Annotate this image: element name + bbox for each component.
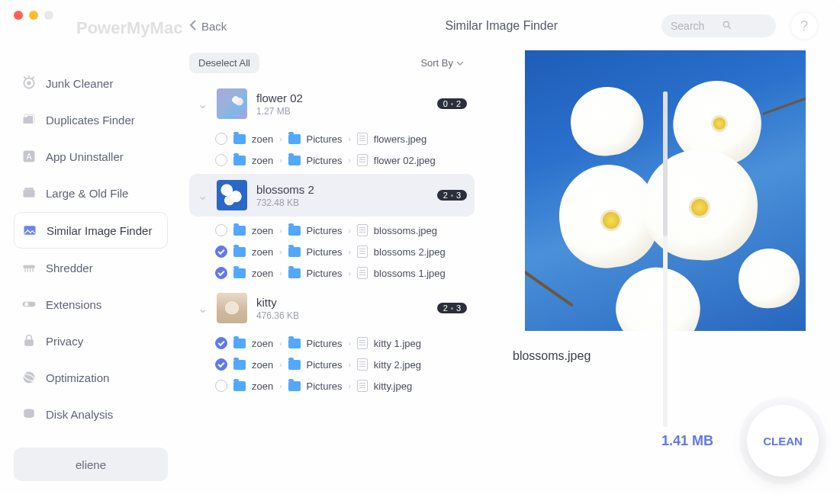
file-row[interactable]: zoen› Pictures› kitty 2.jpeg [215,354,475,375]
file-name: flowers.jpeg [374,133,426,145]
folder-icon [233,360,246,370]
group-list: ⌄ flower 02 1.27 MB 0 2 [189,82,479,481]
help-button[interactable]: ? [791,13,817,39]
sort-by-dropdown[interactable]: Sort By [420,57,464,69]
path-sep: › [279,361,282,369]
svg-rect-6 [24,188,34,190]
search-input[interactable]: Search [661,14,776,37]
group-header[interactable]: ⌄ flower 02 1.27 MB 0 2 [189,82,475,125]
file-checkbox[interactable] [215,380,227,392]
chevron-left-icon [189,20,197,33]
sidebar: PowerMyMac Junk Cleaner Duplicates Finde… [0,0,182,492]
sidebar-item-disk-analysis[interactable]: Disk Analysis [14,396,168,432]
section-title: Similar Image Finder [356,19,646,33]
file-row[interactable]: zoen› Pictures› blossoms 1.jpeg [215,262,475,284]
folder-icon [233,226,246,236]
file-icon [357,154,368,166]
file-row[interactable]: zoen› Pictures› blossoms 2.jpeg [215,241,475,262]
close-window-button[interactable] [14,11,23,20]
group-info: kitty 476.36 KB [256,296,428,321]
path-sep: › [279,135,282,143]
path-dir: zoen [252,246,273,258]
group-count-badge: 2 3 [437,303,467,313]
chevron-down-icon: ⌄ [197,97,208,111]
sort-by-label: Sort By [420,57,453,69]
group-size: 732.48 KB [256,197,428,208]
sidebar-item-similar-image[interactable]: Similar Image Finder [14,212,168,249]
file-checkbox[interactable] [215,358,227,371]
app-title: PowerMyMac [76,18,182,38]
nav-label: Extensions [46,298,101,311]
optimization-icon [21,370,37,385]
sidebar-item-duplicates[interactable]: Duplicates Finder [14,102,168,137]
file-checkbox[interactable] [215,267,227,279]
zoom-window-button[interactable] [44,11,53,20]
badge-selected: 2 [443,191,448,200]
path-dir: Pictures [307,246,343,258]
user-pill[interactable]: eliene [14,448,168,481]
sidebar-item-shredder[interactable]: Shredder [14,250,168,285]
sidebar-item-app-uninstaller[interactable]: A App Uninstaller [14,139,168,174]
path-dir: zoen [252,338,273,349]
file-row[interactable]: zoen› Pictures› flowers.jpeg [215,128,475,149]
group-size: 476.36 KB [256,310,428,321]
badge-selected: 0 [443,99,448,108]
clean-button[interactable]: CLEAN [747,405,819,477]
group-thumbnail [217,88,247,119]
sidebar-item-privacy[interactable]: Privacy [14,323,168,358]
path-dir: Pictures [307,380,343,392]
path-dir: zoen [252,380,273,392]
file-name: kitty.jpeg [374,380,412,392]
file-checkbox[interactable] [215,224,227,236]
path-dir: zoen [252,268,273,279]
help-icon: ? [800,18,808,34]
back-button[interactable]: Back [189,20,227,33]
scrollbar-thumb[interactable] [663,91,668,236]
file-row[interactable]: zoen› Pictures› kitty 1.jpeg [215,332,475,354]
large-old-icon [21,185,37,201]
path-dir: Pictures [307,133,343,145]
file-row[interactable]: zoen› Pictures› blossoms.jpeg [215,220,475,241]
folder-icon [233,381,246,391]
file-icon [357,380,368,392]
file-name: blossoms.jpeg [374,225,437,236]
file-checkbox[interactable] [215,246,227,258]
badge-total: 2 [456,99,461,108]
svg-rect-5 [24,190,35,197]
path-dir: zoen [252,359,273,371]
file-row[interactable]: zoen› Pictures› kitty.jpeg [215,375,475,396]
svg-rect-7 [24,226,36,235]
group-header[interactable]: ⌄ blossoms 2 732.48 KB 2 3 [189,174,475,217]
nav-label: Similar Image Finder [47,224,152,237]
sidebar-item-large-old[interactable]: Large & Old File [14,175,168,210]
deselect-all-button[interactable]: Deselect All [189,53,259,73]
file-checkbox[interactable] [215,337,227,349]
file-name: kitty 1.jpeg [374,338,421,349]
group-files: zoen› Pictures› flowers.jpeg zoen› Pictu… [189,125,475,174]
group-name: kitty [256,296,428,309]
nav-label: App Uninstaller [46,150,124,163]
group-header[interactable]: ⌄ kitty 476.36 KB 2 3 [189,287,475,329]
path-dir: Pictures [307,155,343,166]
file-row[interactable]: zoen› Pictures› flower 02.jpeg [215,149,475,171]
sidebar-item-optimization[interactable]: Optimization [14,360,168,395]
file-icon [357,224,368,236]
folder-icon [233,247,246,257]
file-checkbox[interactable] [215,154,227,166]
badge-total: 3 [456,191,461,200]
svg-rect-12 [24,339,34,345]
sidebar-item-junk-cleaner[interactable]: Junk Cleaner [14,66,168,101]
list-toolbar: Deselect All Sort By [189,50,479,75]
path-sep: › [279,248,282,256]
file-icon [357,358,368,371]
sidebar-nav: Junk Cleaner Duplicates Finder A App Uni… [14,66,168,432]
path-sep: › [279,382,282,390]
folder-icon [233,156,246,165]
badge-separator [451,307,453,310]
minimize-window-button[interactable] [29,11,38,20]
uninstaller-icon: A [21,149,37,164]
similar-image-icon [22,223,37,238]
sidebar-item-extensions[interactable]: Extensions [14,287,168,322]
file-icon [357,246,368,258]
file-checkbox[interactable] [215,133,227,145]
